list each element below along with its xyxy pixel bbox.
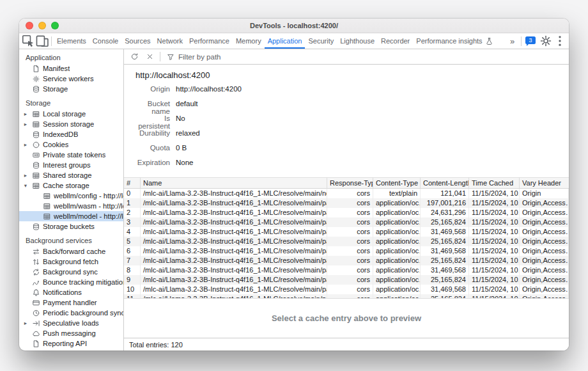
more-tabs-icon[interactable]: »: [505, 34, 519, 48]
sidebar-item-back-forward-cache[interactable]: Back/forward cache: [19, 246, 123, 257]
sidebar-item-indexeddb[interactable]: IndexedDB: [19, 129, 123, 139]
cache-entry-row[interactable]: 6/mlc-ai/Llama-3.2-3B-Instruct-q4f16_1-M…: [124, 246, 569, 256]
expand-arrow-icon[interactable]: ▸: [22, 111, 29, 117]
sidebar-item-notifications[interactable]: Notifications: [19, 287, 123, 297]
device-toolbar-icon[interactable]: [35, 34, 49, 48]
tab-performance[interactable]: Performance: [186, 33, 233, 49]
cell-name: /mlc-ai/Llama-3.2-3B-Instruct-q4f16_1-ML…: [141, 208, 327, 217]
meta-label: Durability: [133, 129, 170, 137]
sidebar-item-background-fetch[interactable]: Background fetch: [19, 257, 123, 267]
cell-vary-header: Origin,Access…: [520, 265, 569, 275]
inspect-element-icon[interactable]: [21, 34, 35, 48]
cell-name: /mlc-ai/Llama-3.2-3B-Instruct-q4f16_1-ML…: [141, 227, 327, 237]
cache-entry-row[interactable]: 7/mlc-ai/Llama-3.2-3B-Instruct-q4f16_1-M…: [124, 256, 569, 265]
cache-entry-row[interactable]: 5/mlc-ai/Llama-3.2-3B-Instruct-q4f16_1-M…: [124, 237, 569, 246]
sidebar-item-label: Service workers: [43, 75, 94, 83]
sidebar-item-reporting-api[interactable]: Reporting API: [19, 338, 123, 349]
preview-pane: Select a cache entry above to preview: [124, 299, 569, 338]
cell-content-type: text/plain: [373, 189, 421, 198]
cache-entry-row[interactable]: 1/mlc-ai/Llama-3.2-3B-Instruct-q4f16_1-M…: [124, 198, 569, 208]
column-header-name[interactable]: Name: [141, 178, 327, 188]
cache-entry-row[interactable]: 2/mlc-ai/Llama-3.2-3B-Instruct-q4f16_1-M…: [124, 208, 569, 217]
expand-arrow-icon[interactable]: ▸: [22, 121, 29, 127]
cache-metadata: Originhttp://localhost:4200Bucket namede…: [124, 84, 569, 177]
tab-console[interactable]: Console: [89, 33, 121, 49]
kebab-menu-icon[interactable]: [553, 34, 567, 48]
gear-icon: [31, 74, 40, 83]
zoom-window-button[interactable]: [51, 22, 59, 29]
sidebar-item-shared-storage[interactable]: ▸Shared storage: [19, 170, 123, 180]
cache-entry-row[interactable]: 9/mlc-ai/Llama-3.2-3B-Instruct-q4f16_1-M…: [124, 275, 569, 285]
expand-arrow-icon[interactable]: ▸: [22, 172, 29, 178]
sidebar-item-label: Payment handler: [43, 299, 97, 306]
tab-sources[interactable]: Sources: [121, 33, 153, 49]
database-icon: [31, 161, 40, 170]
sidebar-item-storage-buckets[interactable]: Storage buckets: [19, 221, 123, 232]
column-header-[interactable]: #: [124, 178, 141, 188]
sidebar-item-label: Cookies: [43, 141, 68, 148]
tab-elements[interactable]: Elements: [54, 33, 89, 49]
tab-memory[interactable]: Memory: [233, 33, 265, 49]
column-header-time-cached[interactable]: Time Cached: [469, 178, 520, 188]
tab-application[interactable]: Application: [265, 33, 306, 49]
filter-by-path-input[interactable]: Filter by path: [164, 52, 223, 61]
meta-row-quota: Quota0 B: [133, 144, 569, 159]
collapse-arrow-icon[interactable]: ▾: [22, 182, 29, 189]
cache-entry-row[interactable]: 8/mlc-ai/Llama-3.2-3B-Instruct-q4f16_1-M…: [124, 265, 569, 275]
window-titlebar[interactable]: DevTools - localhost:4200/: [19, 19, 569, 33]
document-icon: [31, 339, 40, 348]
cell-: 10: [124, 285, 141, 294]
sidebar-item-storage[interactable]: Storage: [19, 84, 123, 94]
sidebar-item-session-storage[interactable]: ▸Session storage: [19, 119, 123, 129]
cell-content-type: application/oc…: [373, 198, 421, 208]
settings-gear-icon[interactable]: [539, 34, 553, 48]
column-header-response-type[interactable]: Response-Type: [327, 178, 373, 188]
column-header-vary-header[interactable]: Vary Header: [520, 178, 569, 188]
expand-arrow-icon[interactable]: ▸: [22, 320, 29, 326]
cell-: 5: [124, 237, 141, 246]
refresh-icon[interactable]: [127, 51, 141, 63]
cell-name: /mlc-ai/Llama-3.2-3B-Instruct-q4f16_1-ML…: [141, 237, 327, 246]
cache-entry-row[interactable]: 10/mlc-ai/Llama-3.2-3B-Instruct-q4f16_1-…: [124, 285, 569, 294]
tab-performance-insights[interactable]: Performance insights: [413, 33, 497, 49]
minimize-window-button[interactable]: [38, 22, 46, 29]
sidebar-item-local-storage[interactable]: ▸Local storage: [19, 109, 123, 119]
tab-network[interactable]: Network: [154, 33, 186, 49]
tab-label: Lighthouse: [340, 37, 375, 45]
column-header-content-length[interactable]: Content-Length: [421, 178, 469, 188]
sidebar-item-manifest[interactable]: Manifest: [19, 63, 123, 74]
close-window-button[interactable]: [26, 22, 33, 29]
sidebar-item-webllm-wasm-http-loca[interactable]: webllm/wasm - http://loca…: [19, 201, 123, 211]
cell-response-type: cors: [327, 217, 373, 227]
expand-arrow-icon[interactable]: ▸: [22, 141, 29, 148]
sidebar-item-label: Speculative loads: [43, 319, 99, 327]
console-messages-icon[interactable]: 3: [525, 36, 536, 44]
column-header-content-type[interactable]: Content-Type: [373, 178, 421, 188]
sidebar-item-background-sync[interactable]: Background sync: [19, 267, 123, 277]
sidebar-item-service-workers[interactable]: Service workers: [19, 74, 123, 84]
sidebar-item-interest-groups[interactable]: Interest groups: [19, 160, 123, 170]
cache-entry-row[interactable]: 11/mlc-ai/Llama-3.2-3B-Instruct-q4f16_1-…: [124, 294, 569, 299]
tab-security[interactable]: Security: [305, 33, 337, 49]
cache-entry-row[interactable]: 0/mlc-ai/Llama-3.2-3B-Instruct-q4f16_1-M…: [124, 189, 569, 198]
tab-lighthouse[interactable]: Lighthouse: [337, 33, 378, 49]
cell-response-type: cors: [327, 246, 373, 256]
cache-entry-row[interactable]: 4/mlc-ai/Llama-3.2-3B-Instruct-q4f16_1-M…: [124, 227, 569, 237]
sidebar-section-title: Storage: [19, 99, 123, 107]
sidebar-item-webllm-model-http-loc[interactable]: webllm/model - http://loc…: [19, 211, 123, 221]
sidebar-item-cookies[interactable]: ▸Cookies: [19, 139, 123, 150]
sidebar-item-speculative-loads[interactable]: ▸Speculative loads: [19, 318, 123, 328]
sidebar-item-cache-storage[interactable]: ▾Cache storage: [19, 180, 123, 191]
sidebar-item-webllm-config-http-loc[interactable]: webllm/config - http://loc…: [19, 191, 123, 201]
sidebar-item-private-state-tokens[interactable]: Private state tokens: [19, 150, 123, 160]
sidebar-item-payment-handler[interactable]: Payment handler: [19, 297, 123, 308]
toolbar-divider: [160, 52, 160, 61]
sidebar-item-bounce-tracking-mitigations[interactable]: Bounce tracking mitigations: [19, 277, 123, 287]
cell-: 3: [124, 217, 141, 227]
sidebar-item-push-messaging[interactable]: Push messaging: [19, 328, 123, 338]
delete-selected-icon[interactable]: [143, 51, 157, 63]
tab-recorder[interactable]: Recorder: [378, 33, 413, 49]
cache-entry-row[interactable]: 3/mlc-ai/Llama-3.2-3B-Instruct-q4f16_1-M…: [124, 217, 569, 227]
cell-content-length: 25,165,824: [421, 217, 469, 227]
sidebar-item-periodic-background-sync[interactable]: Periodic background sync: [19, 308, 123, 318]
